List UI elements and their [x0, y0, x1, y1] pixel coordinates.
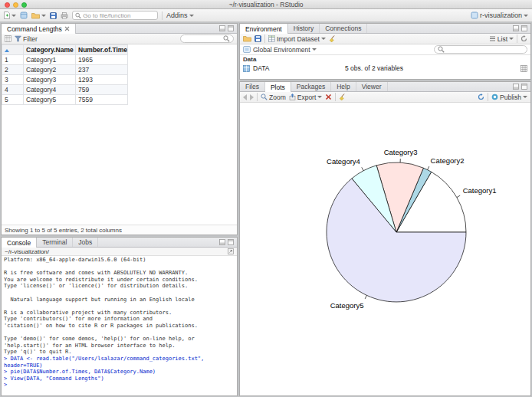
- new-file-button[interactable]: [4, 11, 16, 19]
- minimize-pane-icon[interactable]: [513, 25, 519, 31]
- plots-tab-label: Plots: [271, 83, 285, 92]
- viewer-tabbar: Command Lengths: [2, 24, 237, 34]
- save-icon: [50, 12, 57, 19]
- tab-environment[interactable]: Environment: [240, 24, 288, 34]
- tab-packages[interactable]: Packages: [291, 82, 331, 91]
- print-button[interactable]: [61, 12, 68, 19]
- close-icon[interactable]: [64, 26, 70, 31]
- tab-console[interactable]: Console: [2, 238, 37, 248]
- column-header-category-name[interactable]: Category.Name: [24, 45, 76, 55]
- list-icon: [489, 35, 496, 42]
- refresh-icon[interactable]: [521, 35, 527, 42]
- view-data-icon[interactable]: [521, 65, 527, 72]
- row-number-cell: 1: [2, 55, 24, 65]
- table-icon: [268, 35, 275, 42]
- zoom-window-button[interactable]: [21, 2, 27, 8]
- close-window-button[interactable]: [5, 2, 10, 8]
- tab-plots[interactable]: Plots: [265, 82, 291, 92]
- publish-button[interactable]: Publish: [491, 94, 527, 101]
- dataframe-icon: [243, 65, 250, 72]
- row-number-cell: 3: [2, 75, 24, 85]
- goto-file-input[interactable]: [83, 12, 155, 19]
- pie-label: Category5: [330, 301, 364, 310]
- goto-file-search[interactable]: [72, 11, 158, 20]
- minimize-pane-icon[interactable]: [219, 239, 225, 245]
- chevron-down-icon: [317, 96, 322, 98]
- tab-history[interactable]: History: [288, 24, 320, 33]
- print-icon: [61, 12, 68, 19]
- category-cell: Category3: [24, 75, 76, 85]
- maximize-pane-icon[interactable]: [521, 25, 527, 31]
- minimize-window-button[interactable]: [13, 2, 18, 8]
- r-environment-icon: [243, 46, 251, 53]
- addins-button[interactable]: Addins: [166, 11, 194, 19]
- environment-object-row[interactable]: DATA 5 obs. of 2 variables: [240, 64, 530, 73]
- row-number-header[interactable]: [2, 45, 24, 55]
- tab-viewer[interactable]: Viewer: [356, 82, 388, 91]
- category-cell: Category5: [24, 95, 76, 105]
- toolbar-separator: [257, 93, 258, 101]
- pie-label-tick: [362, 167, 363, 170]
- save-workspace-icon[interactable]: [255, 35, 261, 42]
- chevron-down-icon: [11, 15, 16, 17]
- data-section-label: Data: [240, 55, 530, 64]
- previous-plot-icon[interactable]: [243, 94, 247, 100]
- chevron-down-icon: [523, 96, 527, 98]
- grid-icon[interactable]: [5, 35, 11, 42]
- console-output-area[interactable]: Platform: x86_64-apple-darwin15.6.0 (64-…: [2, 256, 237, 396]
- category-cell: Category4: [24, 85, 76, 95]
- console-tabbar: Console Terminal Jobs: [2, 238, 237, 248]
- remove-plot-icon[interactable]: [325, 94, 332, 100]
- table-row[interactable]: 2 Category2 237: [2, 65, 128, 75]
- import-dataset-button[interactable]: Import Dataset: [268, 35, 326, 43]
- tab-files[interactable]: Files: [240, 82, 265, 91]
- plot-area: Category1Category2Category3Category4Cate…: [240, 103, 530, 396]
- scope-selector[interactable]: Global Environment: [253, 46, 317, 54]
- filter-label: Filter: [23, 35, 38, 43]
- times-cell: 7559: [76, 95, 128, 105]
- pie-label-tick: [365, 295, 366, 299]
- open-in-files-icon[interactable]: [228, 248, 234, 254]
- environment-search-box[interactable]: [434, 45, 527, 54]
- export-icon: [289, 94, 296, 100]
- row-number-cell: 2: [2, 65, 24, 75]
- chevron-down-icon: [189, 15, 194, 17]
- tab-jobs[interactable]: Jobs: [73, 238, 98, 247]
- chevron-down-icon: [509, 38, 514, 40]
- list-view-button[interactable]: List: [489, 35, 514, 43]
- table-row[interactable]: 3 Category3 1293: [2, 75, 128, 85]
- maximize-pane-icon[interactable]: [228, 239, 234, 245]
- publish-icon: [491, 94, 498, 100]
- row-number-cell: 5: [2, 95, 24, 105]
- project-cube-icon: [20, 11, 28, 19]
- refresh-plot-icon[interactable]: [478, 94, 484, 100]
- new-project-button[interactable]: [20, 11, 28, 19]
- maximize-pane-icon[interactable]: [521, 84, 527, 90]
- plots-toolbar: Zoom Export Publish: [240, 92, 530, 103]
- tab-terminal[interactable]: Terminal: [37, 238, 73, 247]
- clear-objects-broom-icon[interactable]: [329, 35, 337, 43]
- table-search-box[interactable]: [180, 34, 234, 43]
- save-button[interactable]: [50, 12, 57, 19]
- table-row[interactable]: 1 Category1 1965: [2, 55, 128, 65]
- project-menu-button[interactable]: r-visualization: [471, 11, 528, 19]
- working-directory-bar: ~/r-visualization/: [2, 248, 237, 256]
- clear-all-plots-broom-icon[interactable]: [339, 94, 346, 101]
- table-row[interactable]: 4 Category4 759: [2, 85, 128, 95]
- open-file-button[interactable]: [31, 12, 46, 19]
- maximize-pane-icon[interactable]: [228, 25, 234, 31]
- minimize-pane-icon[interactable]: [513, 84, 519, 90]
- filter-button[interactable]: Filter: [15, 35, 38, 43]
- table-row[interactable]: 5 Category5 7559: [2, 95, 128, 105]
- minimize-pane-icon[interactable]: [219, 25, 225, 31]
- tab-command-lengths[interactable]: Command Lengths: [2, 24, 76, 34]
- tab-connections[interactable]: Connections: [320, 24, 367, 33]
- load-workspace-icon[interactable]: [243, 35, 251, 42]
- next-plot-icon[interactable]: [250, 94, 254, 100]
- zoom-button[interactable]: Zoom: [261, 94, 286, 101]
- pie-chart: Category1Category2Category3Category4Cate…: [240, 103, 530, 396]
- export-button[interactable]: Export: [289, 94, 323, 101]
- tab-help[interactable]: Help: [331, 82, 356, 91]
- console-input-text: > DATA <- read.table("/Users/lsalazar/co…: [4, 356, 235, 389]
- column-header-number-of-times[interactable]: Number.of.Times: [76, 45, 128, 55]
